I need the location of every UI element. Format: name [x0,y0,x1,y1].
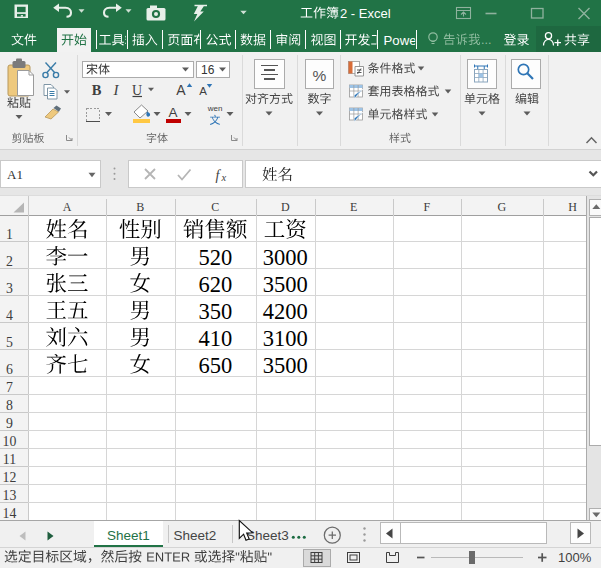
svg-text:350: 350 [198,299,232,324]
svg-text:A: A [176,82,186,98]
svg-text:7: 7 [6,380,13,395]
svg-text:650: 650 [198,353,232,378]
svg-text:%: % [312,67,326,84]
svg-text:3500: 3500 [263,353,308,378]
svg-text:A: A [168,105,177,120]
svg-text:12: 12 [3,470,17,485]
svg-text:x: x [221,172,227,183]
svg-text:3000: 3000 [263,245,308,270]
svg-text:16: 16 [201,63,215,77]
svg-text:E: E [350,200,357,214]
svg-text:A: A [63,200,72,214]
svg-text:13: 13 [3,488,17,503]
svg-text:3: 3 [6,281,13,296]
svg-text:5: 5 [6,335,13,350]
svg-text:U: U [132,83,142,98]
svg-text:6: 6 [6,362,13,377]
svg-text:...: ... [481,33,491,47]
svg-text:14: 14 [3,506,17,521]
svg-text:wen: wen [207,104,223,113]
svg-text:B: B [92,82,102,98]
svg-text:B: B [136,200,144,214]
svg-text:520: 520 [198,245,232,270]
svg-text:10: 10 [3,434,17,449]
svg-text:G: G [497,200,506,214]
svg-text:410: 410 [198,326,232,351]
svg-text:3100: 3100 [263,326,308,351]
svg-text:3500: 3500 [263,272,308,297]
svg-text:1: 1 [6,227,13,242]
svg-text:Sheet1: Sheet1 [107,528,150,543]
svg-text:620: 620 [198,272,232,297]
svg-text:8: 8 [6,398,13,413]
svg-text:4: 4 [6,308,13,323]
svg-text:Sheet3: Sheet3 [246,528,289,543]
svg-text:9: 9 [6,416,13,431]
svg-text:D: D [281,200,290,214]
svg-text:I: I [113,82,120,98]
svg-text:11: 11 [3,452,16,467]
svg-text:4200: 4200 [263,299,308,324]
svg-text:A1: A1 [7,167,23,182]
svg-text:F: F [423,200,430,214]
svg-text:2 - Excel: 2 - Excel [340,6,391,21]
svg-text:A: A [199,85,207,97]
svg-text:C: C [211,200,219,214]
svg-text:Sheet2: Sheet2 [174,528,217,543]
svg-text:H: H [568,200,577,214]
svg-text:100%: 100% [558,550,592,565]
svg-text:2: 2 [6,254,13,269]
